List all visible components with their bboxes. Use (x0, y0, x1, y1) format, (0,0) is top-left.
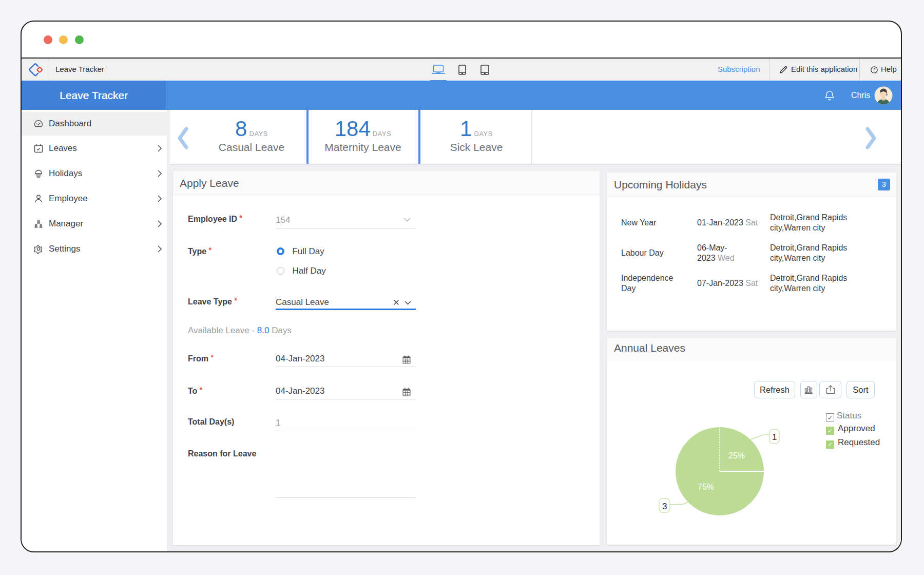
svg-text:3: 3 (662, 502, 667, 511)
svg-text:75%: 75% (698, 483, 714, 491)
svg-text:?: ? (873, 67, 876, 72)
svg-text:1: 1 (772, 432, 777, 442)
svg-text:25%: 25% (728, 451, 745, 460)
